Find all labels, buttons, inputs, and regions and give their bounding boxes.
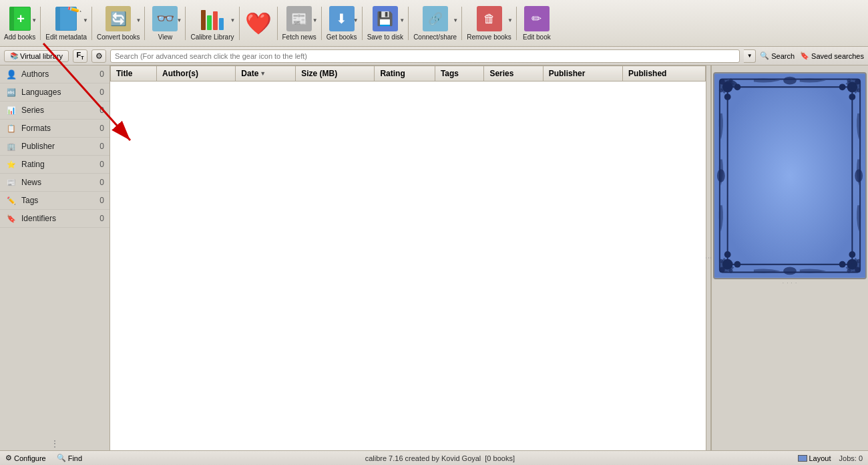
searchbar: 📚 Virtual library FT ⚙ ▼ 🔍 Search 🔖 Save…	[0, 47, 868, 65]
svg-point-18	[720, 267, 725, 273]
configure-label: Configure	[14, 454, 46, 462]
sidebar-item-news[interactable]: 📰 News 0	[0, 174, 110, 192]
col-title[interactable]: Title	[111, 66, 157, 82]
font-t-icon: FT	[76, 51, 83, 60]
series-count: 0	[99, 106, 104, 115]
calibre-library-dropdown-arrow[interactable]: ▼	[230, 17, 236, 29]
statusbar: ⚙ Configure 🔍 Find calibre 7.16 created …	[0, 450, 868, 465]
configure-icon: ⚙	[5, 454, 12, 462]
cover-resize-dots-icon: · · · ·	[783, 280, 798, 286]
separator-5	[239, 7, 240, 40]
virtual-library-button[interactable]: 📚 Virtual library	[4, 50, 69, 62]
sidebar-item-tags[interactable]: ✏️ Tags 0	[0, 192, 110, 210]
app-info: calibre 7.16 created by Kovid Goyal	[365, 454, 481, 462]
svg-point-24	[855, 267, 860, 273]
calibre-library-button[interactable]: Calibre Library ▼	[188, 3, 236, 44]
col-series[interactable]: Series	[484, 66, 543, 82]
svg-rect-0	[714, 74, 865, 278]
search-input[interactable]	[110, 49, 740, 63]
empty-table-area	[110, 82, 706, 450]
series-col-label: Series	[489, 69, 513, 78]
search-icon: 🔍	[760, 51, 769, 60]
configure-button[interactable]: ⚙ Configure	[5, 454, 46, 462]
tags-count: 0	[99, 196, 104, 205]
layout-button[interactable]: Layout	[798, 454, 831, 462]
fetch-news-dropdown-arrow[interactable]: ▼	[312, 17, 318, 29]
saved-searches-button[interactable]: 🔖 Saved searches	[800, 51, 864, 60]
sidebar-resize-handle[interactable]: ⋮	[0, 437, 110, 450]
authors-label: Authors	[21, 69, 99, 79]
svg-point-13	[847, 79, 851, 83]
sidebar-item-publisher[interactable]: 🏢 Publisher 0	[0, 138, 110, 156]
edit-book-button[interactable]: ✏ Edit book	[519, 3, 555, 44]
find-icon: 🔍	[57, 454, 66, 462]
search-options-button[interactable]: FT	[73, 49, 87, 63]
separator-6	[277, 7, 278, 40]
save-icon: 💾	[372, 5, 399, 32]
sidebar-item-authors[interactable]: 👤 Authors 0	[0, 65, 110, 84]
vertical-resize-handle[interactable]: ⋮	[706, 65, 711, 450]
convert-books-dropdown-arrow[interactable]: ▼	[136, 17, 142, 29]
sidebar-item-formats[interactable]: 📋 Formats 0	[0, 120, 110, 138]
col-published[interactable]: Published	[623, 66, 706, 82]
col-size[interactable]: Size (MB)	[296, 66, 375, 82]
view-button[interactable]: 👓 View ▼	[147, 3, 183, 44]
svg-point-22	[839, 261, 846, 268]
edit-metadata-dropdown-arrow[interactable]: ▼	[83, 17, 88, 29]
col-date[interactable]: Date ▼	[236, 66, 296, 82]
remove-books-dropdown-arrow[interactable]: ▼	[507, 17, 513, 29]
col-rating[interactable]: Rating	[375, 66, 435, 82]
heart-button[interactable]: ❤️	[242, 3, 275, 44]
sidebar-item-series[interactable]: 📊 Series 0	[0, 102, 110, 120]
save-to-disk-button[interactable]: 💾 Save to disk ▼	[365, 3, 406, 44]
fetch-news-button[interactable]: 📰 Fetch news ▼	[280, 3, 319, 44]
search-button[interactable]: 🔍 Search	[760, 51, 795, 60]
get-books-dropdown-arrow[interactable]: ▼	[353, 17, 359, 29]
sidebar-item-rating[interactable]: ⭐ Rating 0	[0, 156, 110, 174]
sidebar-item-languages[interactable]: 🔤 Languages 0	[0, 84, 110, 102]
add-books-dropdown-arrow[interactable]: ▼	[31, 17, 37, 29]
tags-col-label: Tags	[441, 69, 459, 78]
formats-count: 0	[99, 124, 104, 133]
svg-point-23	[849, 251, 855, 258]
col-tags[interactable]: Tags	[435, 66, 483, 82]
remove-books-label: Remove books	[467, 33, 511, 41]
svg-point-27	[783, 77, 797, 85]
saved-searches-icon: 🔖	[800, 51, 809, 60]
publisher-label: Publisher	[21, 142, 99, 151]
edit-metadata-button[interactable]: ✏️ Edit metadata ▼	[43, 3, 89, 44]
svg-point-10	[839, 84, 846, 90]
add-books-button[interactable]: + Add books ▼	[1, 3, 38, 44]
view-dropdown-arrow[interactable]: ▼	[177, 17, 182, 29]
search-dropdown-button[interactable]: ▼	[744, 49, 756, 63]
svg-point-16	[734, 261, 740, 268]
get-books-button[interactable]: ⬇ Get books ▼	[324, 3, 360, 44]
col-authors[interactable]: Author(s)	[157, 66, 236, 82]
connect-share-button[interactable]: 🔗 Connect/share ▼	[411, 3, 459, 44]
edit-metadata-label: Edit metadata	[45, 33, 87, 41]
sidebar: 👤 Authors 0 🔤 Languages 0 📊 Series 0 📋 F…	[0, 65, 110, 450]
connect-share-dropdown-arrow[interactable]: ▼	[453, 17, 458, 29]
col-publisher[interactable]: Publisher	[543, 66, 622, 82]
tags-label: Tags	[21, 196, 99, 205]
identifiers-icon: 🔖	[5, 212, 17, 224]
svg-point-17	[724, 251, 731, 258]
edit-metadata-icon: ✏️	[53, 5, 79, 32]
separator-7	[321, 7, 322, 40]
save-to-disk-dropdown-arrow[interactable]: ▼	[399, 17, 405, 29]
svg-point-5	[724, 94, 731, 100]
separator-10	[461, 7, 462, 40]
cover-resize-handle[interactable]: · · · ·	[718, 279, 861, 286]
sidebar-item-identifiers[interactable]: 🔖 Identifiers 0	[0, 210, 110, 228]
book-table: Title Author(s) Date ▼ Size (MB) Rating	[110, 65, 706, 82]
svg-point-25	[847, 269, 851, 273]
convert-books-button[interactable]: 🔄 Convert books ▼	[94, 3, 142, 44]
convert-books-icon: 🔄	[105, 5, 132, 32]
publisher-col-label: Publisher	[549, 69, 586, 78]
gear-button[interactable]: ⚙	[91, 49, 106, 63]
book-list-container: Title Author(s) Date ▼ Size (MB) Rating	[110, 65, 706, 450]
find-label: Find	[68, 454, 82, 462]
rating-col-label: Rating	[380, 69, 405, 78]
find-button[interactable]: 🔍 Find	[57, 454, 82, 462]
remove-books-button[interactable]: 🗑 Remove books ▼	[464, 3, 514, 44]
